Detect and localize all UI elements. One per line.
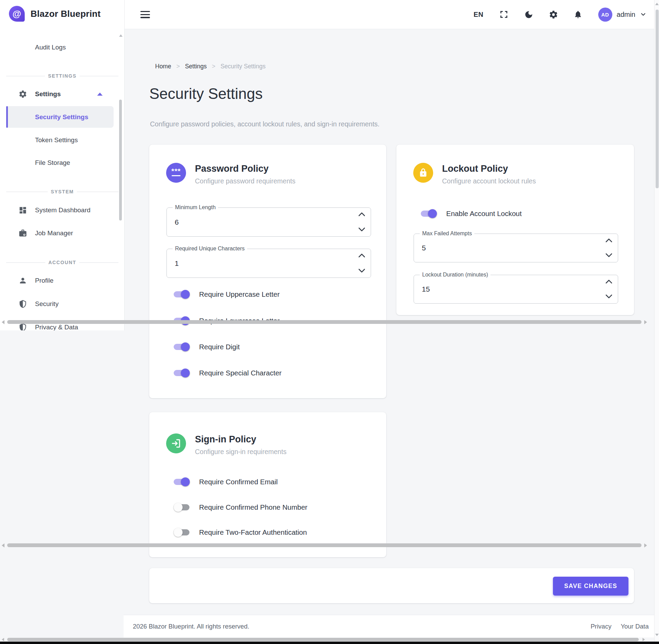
save-changes-button[interactable]: SAVE CHANGES	[553, 577, 628, 596]
settings-gear-icon[interactable]	[549, 10, 558, 19]
sidebar-item-job-manager[interactable]: Job Manager	[0, 226, 124, 241]
sidebar: @ Blazor Blueprint Audit Logs SETTINGS S…	[0, 0, 125, 330]
password-policy-card: *** Password Policy Configure password r…	[149, 144, 386, 398]
sidebar-item-audit-logs[interactable]: Audit Logs	[0, 40, 124, 55]
toggle-require-special[interactable]: Require Special Character	[174, 369, 281, 377]
max-attempts-field: Max Failed Attempts	[414, 234, 618, 262]
decrement-icon[interactable]	[358, 227, 366, 232]
app-title: Blazor Blueprint	[31, 9, 101, 19]
toggle-two-factor[interactable]: Require Two-Factor Authentication	[174, 528, 307, 537]
app-logo[interactable]: @ Blazor Blueprint	[9, 6, 101, 22]
sidebar-item-security-settings[interactable]: Security Settings	[6, 106, 114, 128]
sidebar-scrollbar[interactable]	[119, 100, 122, 221]
collapse-caret-icon	[97, 93, 103, 96]
sidebar-scroll-up-icon[interactable]	[119, 34, 123, 37]
unique-chars-input[interactable]	[167, 249, 353, 278]
app-header: EN AD admin	[124, 0, 654, 29]
privacy-icon	[19, 323, 27, 331]
page-subtitle: Configure password policies, account loc…	[150, 120, 380, 128]
fullscreen-icon[interactable]	[499, 10, 508, 19]
copyright-text: 2026 Blazor Blueprint. All rights reserv…	[133, 623, 249, 630]
login-icon	[166, 433, 186, 453]
hscroll-left-arrow-icon[interactable]	[2, 320, 4, 324]
signin-policy-card: Sign-in Policy Configure sign-in require…	[149, 412, 386, 557]
card-subtitle: Configure password requirements	[195, 177, 296, 185]
decrement-icon[interactable]	[605, 294, 613, 299]
card-title: Password Policy	[195, 163, 296, 174]
sidebar-item-security[interactable]: Security	[0, 296, 124, 312]
user-name: admin	[617, 11, 635, 19]
decrement-icon[interactable]	[605, 253, 613, 258]
card-subtitle: Configure account lockout rules	[442, 177, 536, 185]
card-title: Lockout Policy	[442, 163, 536, 174]
footer-link-privacy[interactable]: Privacy	[591, 623, 612, 630]
person-icon	[19, 276, 27, 285]
password-icon: ***	[166, 163, 186, 183]
breadcrumb-current: Security Settings	[220, 63, 265, 70]
sidebar-item-file-storage[interactable]: File Storage	[0, 155, 124, 170]
page-footer: 2026 Blazor Blueprint. All rights reserv…	[124, 615, 654, 637]
window-edge	[0, 642, 659, 644]
toggle-confirmed-email[interactable]: Require Confirmed Email	[174, 477, 278, 486]
logo-icon: @	[9, 6, 25, 22]
sidebar-group-settings[interactable]: Settings	[0, 87, 124, 102]
vertical-scrollbar[interactable]	[654, 0, 659, 644]
increment-icon[interactable]	[358, 212, 366, 217]
active-indicator	[6, 106, 8, 128]
dark-mode-icon[interactable]	[524, 10, 533, 19]
lockout-policy-card: Lockout Policy Configure account lockout…	[396, 144, 634, 315]
toggle-require-digit[interactable]: Require Digit	[174, 342, 240, 351]
shield-icon	[19, 300, 27, 308]
decrement-icon[interactable]	[358, 268, 366, 273]
breadcrumb-settings[interactable]: Settings	[185, 63, 207, 70]
menu-toggle-icon[interactable]	[140, 11, 150, 18]
increment-icon[interactable]	[605, 238, 613, 243]
sidebar-section-system: SYSTEM	[6, 188, 118, 195]
sidebar-item-system-dashboard[interactable]: System Dashboard	[0, 203, 124, 218]
notifications-bell-icon[interactable]	[574, 10, 582, 19]
sidebar-section-settings: SETTINGS	[6, 72, 118, 79]
briefcase-clock-icon	[19, 229, 27, 238]
sidebar-item-token-settings[interactable]: Token Settings	[0, 133, 124, 148]
gear-icon	[19, 90, 27, 99]
hscroll-right-arrow-icon[interactable]	[643, 638, 645, 641]
save-actions-bar: SAVE CHANGES	[149, 568, 634, 603]
hscroll-right-arrow-icon[interactable]	[644, 320, 647, 324]
breadcrumb: Home > Settings > Security Settings	[155, 63, 266, 70]
toggle-require-uppercase[interactable]: Require Uppercase Letter	[174, 290, 280, 299]
horizontal-scrollbar[interactable]	[7, 543, 641, 547]
footer-link-your-data[interactable]: Your Data	[621, 623, 649, 630]
unique-chars-field: Required Unique Characters	[166, 249, 371, 278]
page-title: Security Settings	[149, 85, 263, 102]
user-menu[interactable]: AD admin	[598, 8, 647, 22]
chevron-down-icon	[640, 11, 647, 18]
hscroll-left-arrow-icon[interactable]	[2, 543, 4, 547]
vscroll-thumb[interactable]	[656, 10, 659, 188]
min-length-field: Minimum Length	[166, 207, 371, 237]
card-title: Sign-in Policy	[195, 434, 287, 445]
horizontal-scrollbar[interactable]	[7, 638, 639, 641]
toggle-enable-lockout[interactable]: Enable Account Lockout	[421, 209, 522, 218]
hscroll-right-arrow-icon[interactable]	[644, 543, 647, 547]
sidebar-section-account: ACCOUNT	[6, 259, 118, 266]
toggle-confirmed-phone[interactable]: Require Confirmed Phone Number	[174, 503, 308, 512]
app-window: EN AD admin @ Blazor Blueprint Audit Log…	[0, 0, 659, 644]
lock-icon	[413, 163, 433, 183]
avatar: AD	[598, 8, 612, 22]
max-attempts-input[interactable]	[414, 234, 600, 262]
vscroll-down-arrow-icon[interactable]	[655, 634, 659, 636]
horizontal-scrollbar[interactable]	[7, 320, 641, 324]
card-subtitle: Configure sign-in requirements	[195, 448, 287, 456]
hscroll-left-arrow-icon[interactable]	[2, 638, 4, 641]
vscroll-up-arrow-icon[interactable]	[655, 3, 659, 5]
increment-icon[interactable]	[605, 279, 613, 284]
breadcrumb-home[interactable]: Home	[155, 63, 171, 70]
min-length-input[interactable]	[167, 208, 353, 236]
dashboard-icon	[19, 206, 27, 215]
increment-icon[interactable]	[358, 253, 366, 258]
sidebar-item-profile[interactable]: Profile	[0, 273, 124, 288]
lockout-duration-field: Lockout Duration (minutes)	[414, 275, 618, 304]
lockout-duration-input[interactable]	[414, 275, 600, 303]
language-button[interactable]: EN	[474, 11, 484, 19]
